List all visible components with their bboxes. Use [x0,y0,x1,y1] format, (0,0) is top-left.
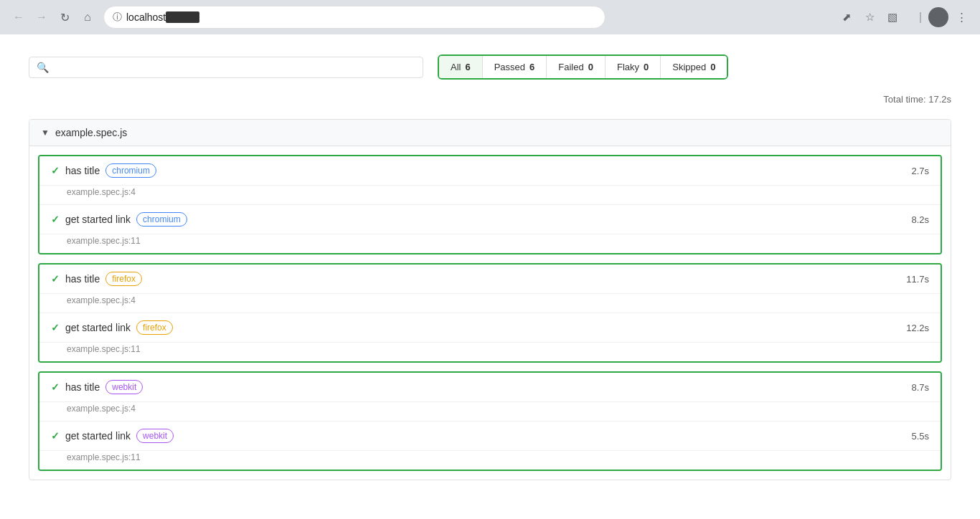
url-hidden: XXXXX [166,11,199,23]
spec-group: ▼ example.spec.js ✓ has title chromium 2… [29,119,951,480]
test-name: has title [65,273,100,285]
browser-actions: ⬈ ☆ ▧ ⎹ ⋮ [837,7,971,27]
total-time: Total time: 17.2s [0,91,980,108]
test-item[interactable]: ✓ get started link firefox 12.2s [39,313,941,343]
filter-count: 6 [529,62,534,72]
test-time: 2.7s [911,166,929,176]
top-bar: 🔍 All 6Passed 6Failed 0Flaky 0Skipped 0 [0,49,980,85]
test-file: example.spec.js:4 [39,402,941,422]
search-icon: 🔍 [37,62,49,73]
browser-group-firefox: ✓ has title firefox 11.7s example.spec.j… [38,263,942,363]
address-bar[interactable]: ⓘ localhostXXXXX [103,6,606,29]
menu-button[interactable]: ⋮ [951,7,971,27]
bookmark-button[interactable]: ☆ [859,7,880,27]
filter-count: 0 [710,62,715,72]
test-file: example.spec.js:11 [39,234,941,253]
browser-badge: webkit [105,380,143,394]
test-time: 5.5s [911,431,929,442]
browser-chrome: ← → ↻ ⌂ ⓘ localhostXXXXX ⬈ ☆ ▧ ⎹ ⋮ [0,0,980,34]
test-file: example.spec.js:11 [39,343,941,361]
browser-group-webkit: ✓ has title webkit 8.7s example.spec.js:… [38,371,942,471]
test-file: example.spec.js:4 [39,294,941,313]
browser-badge: chromium [105,163,156,178]
extensions-button[interactable]: ▧ [882,7,903,27]
spec-header[interactable]: ▼ example.spec.js [29,120,951,146]
test-name: get started link [65,322,131,333]
refresh-button[interactable]: ↻ [55,7,75,27]
test-file: example.spec.js:11 [39,451,941,470]
filter-label: Skipped [672,62,706,72]
browser-badge: firefox [105,272,142,286]
filter-count: 0 [644,62,649,72]
filter-tab-failed[interactable]: Failed 0 [547,56,606,78]
browser-badge: firefox [136,320,173,335]
filter-tab-all[interactable]: All 6 [439,56,483,78]
results-container: ▼ example.spec.js ✓ has title chromium 2… [0,119,980,480]
check-icon: ✓ [51,165,60,176]
forward-button[interactable]: → [32,7,52,27]
check-icon: ✓ [51,381,60,393]
filter-tab-skipped[interactable]: Skipped 0 [661,56,727,78]
filter-label: All [451,62,461,72]
chevron-down-icon: ▼ [41,128,50,138]
sidebar-button[interactable]: ⎹ [905,7,925,27]
search-input[interactable] [53,62,415,73]
test-item[interactable]: ✓ has title chromium 2.7s [39,156,941,186]
check-icon: ✓ [51,430,60,442]
test-time: 8.7s [911,382,929,393]
test-item[interactable]: ✓ has title firefox 11.7s [39,265,941,294]
filter-label: Passed [494,62,525,72]
test-name: get started link [65,430,131,442]
test-time: 12.2s [906,323,929,333]
filter-tabs: All 6Passed 6Failed 0Flaky 0Skipped 0 [438,54,728,80]
url-text: localhostXXXXX [126,11,596,23]
check-icon: ✓ [51,214,60,225]
test-time: 8.2s [911,214,929,225]
filter-count: 0 [588,62,593,72]
test-name: has title [65,165,100,176]
filter-tab-flaky[interactable]: Flaky 0 [606,56,661,78]
filter-label: Failed [558,62,583,72]
home-button[interactable]: ⌂ [77,7,98,27]
filter-label: Flaky [617,62,639,72]
back-button[interactable]: ← [9,7,29,27]
profile-button[interactable] [928,7,948,27]
filter-tab-passed[interactable]: Passed 6 [483,56,547,78]
browser-groups: ✓ has title chromium 2.7s example.spec.j… [29,155,951,471]
share-button[interactable]: ⬈ [837,7,857,27]
filter-count: 6 [465,62,470,72]
test-name: get started link [65,214,131,225]
search-container: 🔍 [29,57,423,78]
test-item[interactable]: ✓ get started link chromium 8.2s [39,205,941,234]
test-file: example.spec.js:4 [39,186,941,205]
check-icon: ✓ [51,273,60,285]
page-content: 🔍 All 6Passed 6Failed 0Flaky 0Skipped 0 … [0,34,980,519]
test-item[interactable]: ✓ get started link webkit 5.5s [39,422,941,451]
spec-name: example.spec.js [55,127,127,138]
test-time: 11.7s [906,274,929,285]
test-item[interactable]: ✓ has title webkit 8.7s [39,373,941,402]
nav-buttons: ← → ↻ ⌂ [9,7,98,27]
test-name: has title [65,381,100,393]
browser-group-chromium: ✓ has title chromium 2.7s example.spec.j… [38,155,942,254]
browser-badge: chromium [136,212,187,227]
check-icon: ✓ [51,322,60,333]
browser-badge: webkit [136,429,174,443]
lock-icon: ⓘ [113,11,122,24]
